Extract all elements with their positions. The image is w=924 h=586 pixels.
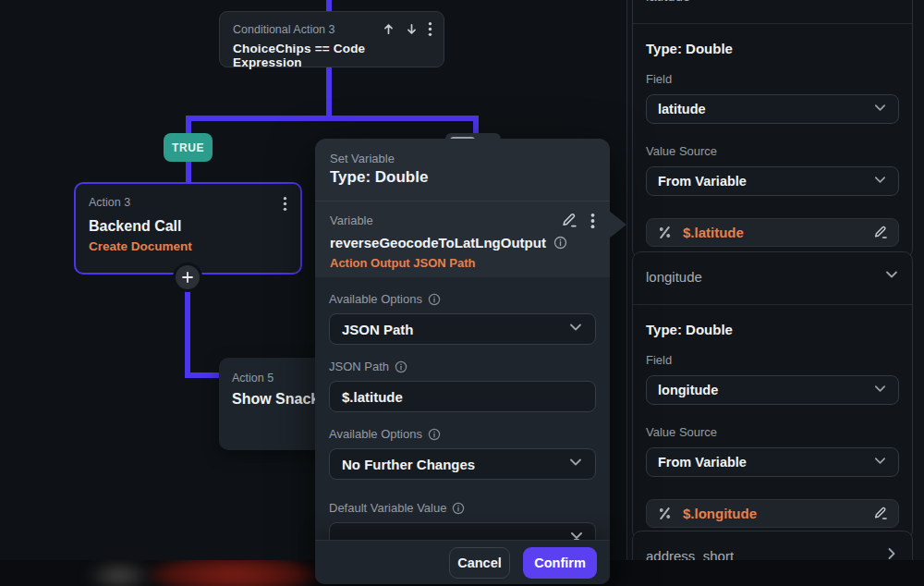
popup-label: Set Variable [330, 152, 595, 165]
percent-icon [657, 225, 673, 240]
properties-panel: latitude Type: Double Field latitude Val… [626, 0, 924, 560]
info-icon[interactable] [452, 502, 465, 515]
binding-value: $.latitude [683, 225, 862, 240]
connector-line [185, 372, 224, 378]
binding-value: $.longitude [683, 506, 862, 521]
label-text: JSON Path [329, 360, 389, 373]
chevron-down-icon [884, 267, 899, 286]
conditional-action-node[interactable]: Conditional Action 3 ChoiceChips == Code… [219, 11, 444, 67]
field-dropdown[interactable]: latitude [646, 94, 899, 124]
chevron-down-icon [884, 0, 899, 5]
chevron-down-icon [873, 173, 887, 190]
section-header-latitude[interactable]: latitude [633, 0, 912, 23]
variable-source-type: Action Output JSON Path [330, 256, 595, 270]
label-text: Available Options [329, 427, 422, 441]
edit-icon[interactable] [872, 506, 888, 521]
field-dropdown[interactable]: longitude [646, 375, 899, 405]
move-up-icon[interactable] [382, 22, 395, 36]
kebab-menu-icon[interactable] [428, 21, 432, 37]
condition-expression: ChoiceChips == Code Expression [233, 42, 432, 69]
variable-binding-longitude[interactable]: $.longitude [646, 499, 899, 528]
edit-icon[interactable] [560, 212, 578, 229]
json-path-input[interactable] [342, 389, 583, 405]
popup-title: Type: Double [330, 168, 595, 187]
json-path-input-wrap [329, 381, 596, 412]
chevron-down-icon [568, 320, 583, 338]
dropdown-value: From Variable [658, 174, 747, 189]
info-icon[interactable] [428, 293, 441, 306]
chevron-down-icon [568, 455, 583, 473]
json-path-label: JSON Path [329, 360, 596, 373]
section-header-longitude[interactable]: longitude [633, 252, 912, 304]
info-icon[interactable] [428, 428, 441, 441]
panel-section-latitude: latitude Type: Double Field latitude Val… [632, 0, 913, 259]
chevron-down-icon [873, 101, 887, 118]
type-text: Type: Double [646, 322, 899, 337]
node-label: Action 3 [89, 196, 130, 209]
value-source-dropdown[interactable]: From Variable [646, 166, 899, 196]
action-flow-editor: Conditional Action 3 ChoiceChips == Code… [0, 0, 924, 586]
popup-body: Available Options JSON Path JSON Path [315, 277, 610, 540]
default-variable-value-label: Default Variable Value [329, 501, 596, 515]
dropdown-value: JSON Path [342, 322, 414, 337]
variable-binding-latitude[interactable]: $.latitude [646, 218, 899, 247]
connector-line [186, 116, 479, 121]
default-value-input-wrap [329, 522, 596, 540]
action3-node[interactable]: Action 3 Backend Call Create Document [74, 182, 302, 275]
variable-section: Variable reverseGeocodeToLatLngOutput Ac… [315, 201, 610, 277]
percent-icon [657, 506, 673, 521]
kebab-menu-icon[interactable] [283, 196, 287, 212]
panel-section-longitude: longitude Type: Double Field longitude V… [632, 251, 913, 540]
label-text: Available Options [329, 292, 422, 306]
dropdown-value: longitude [658, 383, 718, 397]
field-label: Field [646, 72, 899, 86]
further-changes-dropdown[interactable]: No Further Changes [329, 448, 596, 480]
connector-line [185, 275, 190, 378]
available-options-label: Available Options [329, 427, 596, 441]
info-icon[interactable] [553, 236, 567, 250]
default-value-input[interactable] [342, 531, 570, 541]
action-title: Backend Call [89, 218, 287, 235]
blurred-blob [85, 560, 154, 586]
dropdown-value: No Further Changes [342, 457, 475, 472]
field-label: Field [646, 353, 899, 367]
action-subtitle: Create Document [89, 239, 287, 253]
type-text: Type: Double [646, 41, 899, 56]
value-source-dropdown[interactable]: From Variable [646, 447, 899, 477]
chevron-right-icon [884, 546, 899, 560]
set-variable-popup: Set Variable Type: Double Variable rever… [315, 139, 610, 584]
kebab-menu-icon[interactable] [590, 213, 595, 229]
add-action-button[interactable] [176, 265, 200, 289]
label-text: Default Variable Value [329, 501, 446, 515]
dropdown-value: From Variable [658, 455, 747, 470]
true-branch-badge: TRUE [164, 133, 213, 162]
move-down-icon[interactable] [405, 22, 419, 36]
section-title: address_short [646, 548, 734, 561]
available-options-label: Available Options [329, 292, 596, 306]
variable-label: Variable [330, 214, 373, 227]
node-label: Conditional Action 3 [233, 23, 335, 36]
cancel-button[interactable]: Cancel [449, 547, 510, 579]
section-title: longitude [646, 269, 702, 285]
popup-header: Set Variable Type: Double [315, 139, 610, 201]
close-icon[interactable] [570, 531, 583, 540]
chevron-down-icon [873, 454, 887, 471]
confirm-button[interactable]: Confirm [523, 547, 597, 579]
value-source-label: Value Source [646, 144, 899, 158]
dropdown-value: latitude [658, 102, 706, 116]
info-icon[interactable] [395, 360, 407, 373]
edit-icon[interactable] [872, 225, 888, 240]
popup-footer: Cancel Confirm [315, 540, 610, 584]
chevron-down-icon [873, 382, 887, 399]
section-title: latitude [646, 0, 690, 4]
plus-icon [182, 272, 193, 283]
callout-arrow [609, 211, 626, 238]
variable-name: reverseGeocodeToLatLngOutput [330, 235, 546, 250]
available-options-dropdown[interactable]: JSON Path [329, 313, 596, 345]
panel-section-address-short: address_short [632, 531, 913, 560]
section-header-address-short[interactable]: address_short [633, 531, 912, 560]
value-source-label: Value Source [646, 425, 899, 439]
blurred-blob [148, 560, 319, 586]
